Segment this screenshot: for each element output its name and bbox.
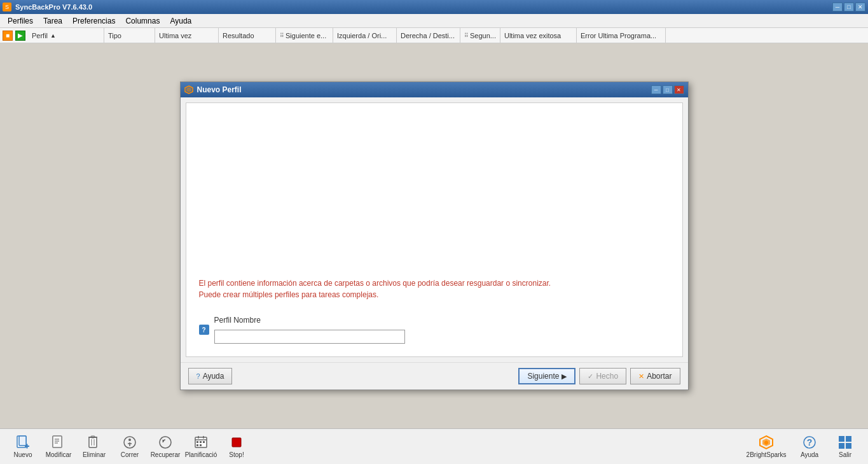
abort-button[interactable]: ✕ Abortar [630,368,680,384]
svg-rect-39 [839,436,844,442]
modal-close-button[interactable]: ✕ [674,85,684,94]
help-button[interactable]: ? Ayuda [188,368,233,384]
app-title: SyncBackPro V7.6.43.0 [15,3,92,11]
svg-rect-30 [196,444,198,446]
toolbar-stop[interactable]: Stop! [219,432,254,462]
profile-name-label: Perfil Nombre [214,316,405,325]
toolbar-nuevo[interactable]: Nuevo [5,432,41,462]
col-segun[interactable]: ⠿ Segun... [460,28,500,43]
close-button[interactable]: ✕ [855,3,865,11]
footer-left: ? Ayuda [188,368,233,384]
modal-restore-button[interactable]: □ [663,85,673,94]
column-bar: ■ ▶ Perfil ▲ Tipo Ultima vez Resultado ⠿… [0,28,868,43]
ayuda-icon: ? [802,435,817,450]
toolbar-eliminar[interactable]: Eliminar [76,432,112,462]
planificacion-label: Planificació [185,451,217,458]
modal-app-icon [184,85,193,94]
correr-icon [122,435,137,450]
col-resultado[interactable]: Resultado [219,28,276,43]
window-controls: ─ □ ✕ [832,3,865,11]
svg-rect-41 [839,443,844,449]
toolbar-correr[interactable]: Correr [112,432,148,462]
toolbar-modificar[interactable]: Modificar [41,432,76,462]
recuperar-icon [158,435,173,450]
salir-icon [837,435,853,450]
svg-rect-27 [196,441,198,443]
salir-label: Salir [839,451,851,458]
svg-marker-1 [186,87,191,92]
next-button[interactable]: Siguiente ▶ [518,368,575,384]
menu-tarea[interactable]: Tarea [38,15,67,27]
toolbar-2brightsparks[interactable]: 2BrightSparks [741,432,792,462]
menu-ayuda[interactable]: Ayuda [165,15,196,27]
toolbar-planificacion[interactable]: Planificació [183,432,219,462]
col-tipo[interactable]: Tipo [104,28,155,43]
svg-rect-42 [846,443,851,449]
logo-icon [759,435,774,450]
main-area: Nuevo Perfil ─ □ ✕ El perfil contiene in… [0,43,868,428]
col-perfil[interactable]: Perfil ▲ [28,28,104,43]
stop-icon [229,435,244,450]
eliminar-label: Eliminar [83,451,106,458]
done-button[interactable]: ✓ Hecho [579,368,626,384]
svg-rect-40 [846,436,851,442]
col-ultima-exitosa[interactable]: Ultima vez exitosa [500,28,577,43]
svg-rect-32 [232,438,241,447]
svg-rect-3 [19,436,26,446]
toolbar-btn-orange[interactable]: ■ [3,31,13,41]
description-line1: El perfil contiene información acerca de… [199,278,670,289]
app-icon: S [3,3,11,11]
nuevo-icon [15,435,31,450]
svg-rect-11 [53,436,62,447]
minimize-button[interactable]: ─ [832,3,843,11]
toolbar-ayuda[interactable]: ? Ayuda [792,432,827,462]
next-arrow-icon: ▶ [561,372,567,381]
bottom-toolbar: Nuevo Modificar Eliminar [0,428,868,464]
stop-label: Stop! [229,451,244,458]
svg-text:?: ? [807,437,813,447]
abort-icon: ✕ [638,372,644,381]
menu-columnas[interactable]: Columnas [120,15,165,27]
menu-bar: Perfiles Tarea Preferencias Columnas Ayu… [0,14,868,28]
modal-title: Nuevo Perfil [197,85,242,94]
nuevo-perfil-dialog: Nuevo Perfil ─ □ ✕ El perfil contiene in… [180,81,689,390]
ayuda-label: Ayuda [801,451,818,458]
svg-point-21 [160,437,171,448]
col-error[interactable]: Error Ultima Programa... [577,28,666,43]
modal-description: El perfil contiene información acerca de… [199,278,670,300]
profile-name-row: ? Perfil Nombre [199,316,670,344]
profile-name-input[interactable] [214,330,405,344]
field-help-icon[interactable]: ? [199,325,209,335]
svg-rect-28 [200,441,202,443]
col-siguiente[interactable]: ⠿ Siguiente e... [276,28,333,43]
recuperar-label: Recuperar [151,451,181,458]
column-headers: Perfil ▲ Tipo Ultima vez Resultado ⠿ Sig… [28,28,865,43]
eliminar-icon [86,435,102,450]
svg-rect-29 [203,441,205,443]
modificar-label: Modificar [46,451,72,458]
description-line2: Puede crear múltiples perfiles para tare… [199,289,670,300]
menu-perfiles[interactable]: Perfiles [3,15,38,27]
modificar-icon [51,435,66,450]
title-bar: S SyncBackPro V7.6.43.0 ─ □ ✕ [0,0,868,14]
toolbar-btn-green[interactable]: ▶ [15,31,25,41]
planificacion-icon [193,435,209,450]
col-izquierda[interactable]: Izquierda / Ori... [333,28,397,43]
help-icon: ? [196,372,200,380]
modal-title-bar: Nuevo Perfil ─ □ ✕ [181,82,688,97]
toolbar-recuperar[interactable]: Recuperar [148,432,183,462]
modal-overlay: Nuevo Perfil ─ □ ✕ El perfil contiene in… [0,43,868,428]
nuevo-label: Nuevo [14,451,32,458]
maximize-button[interactable]: □ [844,3,854,11]
done-check-icon: ✓ [588,372,593,381]
col-ultima-vez[interactable]: Ultima vez [155,28,219,43]
modal-minimize-button[interactable]: ─ [651,85,661,94]
col-derecha[interactable]: Derecha / Desti... [397,28,460,43]
menu-preferencias[interactable]: Preferencias [67,15,120,27]
2brightsparks-label: 2BrightSparks [747,451,787,458]
modal-content: El perfil contiene información acerca de… [186,102,683,357]
svg-rect-12 [89,437,97,447]
toolbar-salir[interactable]: Salir [827,432,863,462]
profile-name-group: Perfil Nombre [214,316,405,344]
svg-rect-31 [200,444,202,446]
